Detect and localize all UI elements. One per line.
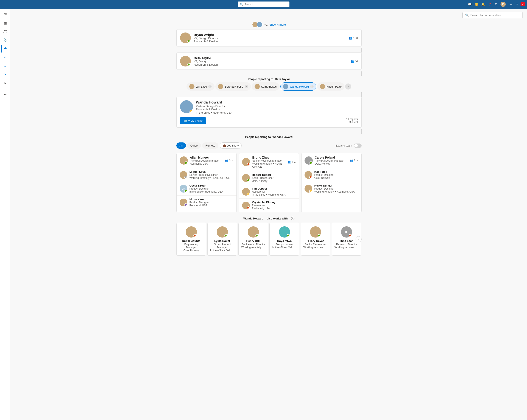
sidebar-item-org[interactable] — [1, 45, 10, 52]
tab-name-serena: Serena Ribeiro — [225, 85, 243, 88]
coworker-kayo-miwa[interactable]: Kayo Miwa Design partner In the office •… — [269, 223, 299, 256]
sidebar-item-calendar[interactable]: ▦ — [1, 19, 9, 27]
user-avatar-titlebar[interactable]: JD — [501, 2, 506, 7]
column-header-carole[interactable]: Carole Poland Principal Design Manager O… — [302, 153, 361, 168]
name-search-input[interactable] — [470, 14, 520, 17]
reporting-person-reta: Reta Taylor — [275, 77, 290, 81]
name-hillary-reyes: Hillary Reyes — [307, 239, 324, 242]
filter-office-button[interactable]: Office — [187, 142, 201, 149]
sidebar-item-more[interactable]: ••• — [1, 91, 9, 98]
column-header-bruno[interactable]: Bruno Zhao Senior Research Manager Worki… — [239, 153, 299, 171]
tab-name-kristin: Kristin Patte — [327, 85, 341, 88]
status-dot-bryan — [187, 40, 190, 43]
member-kadji-bell[interactable]: Kadji Bell Product Designer Oslo, Norway — [302, 168, 361, 182]
org-icon — [4, 47, 8, 51]
sidebar-item-check[interactable]: ✓ — [1, 53, 9, 61]
coworker-hillary-reyes[interactable]: Hillary Reyes Senior Researcher Working … — [301, 223, 330, 256]
name-lydia-bauer: Lydia Bauer — [214, 239, 230, 242]
connector-4 — [361, 129, 362, 134]
sidebar-item-attach[interactable]: 📎 — [1, 36, 9, 44]
avatar-mona-kane — [180, 199, 187, 206]
notification-icon[interactable]: 🔔 — [481, 3, 485, 6]
avatar-miguel-silva — [180, 171, 187, 179]
filter-all-button[interactable]: All — [176, 142, 186, 149]
info-icon[interactable]: i — [291, 217, 294, 220]
show-more-button[interactable]: Show 4 more — [269, 23, 286, 26]
chat-icon[interactable]: 💬 — [468, 3, 472, 6]
minimize-button[interactable]: — — [509, 2, 513, 6]
status-inna — [349, 234, 352, 237]
member-miguel-silva[interactable]: Miguel Silva Senior Product Designer Wor… — [176, 168, 236, 182]
info-oscar-krogh: Oscar Krogh Product Designer In the offi… — [189, 184, 233, 193]
org-card-bryan-wright[interactable]: Bryan Wright VP, Design Director Researc… — [176, 29, 362, 46]
member-keiko-tanaka[interactable]: Keiko Tanaka Product Designer Working re… — [302, 182, 361, 195]
also-works-section: Wanda Howard also works with i Robin Cou… — [176, 217, 362, 256]
titlebar-search-box[interactable]: 🔍 — [238, 1, 289, 7]
role-bruno-zhao: Senior Research Manager — [253, 159, 285, 162]
tab-kristin-patte[interactable]: Kristin Patte — [317, 82, 344, 91]
loc-carole-poland: Oslo, Norway — [315, 162, 348, 165]
filter-remote-button[interactable]: Remote — [202, 142, 219, 149]
direct-count: 3 direct — [346, 121, 358, 124]
sidebar-item-people[interactable] — [1, 28, 9, 35]
filter-jobtitle-dropdown[interactable]: 💼 Job title ▾ — [220, 142, 242, 149]
tabs-more-button[interactable]: › — [345, 84, 351, 90]
coworker-lydia-bauer[interactable]: Lydia Bauer Group Product Manager In the… — [207, 223, 237, 256]
tab-katri-ahokas[interactable]: Katri Ahokas — [252, 82, 280, 91]
tab-avatar-katri — [254, 84, 260, 89]
sidebar-item-onenote[interactable]: N — [1, 79, 9, 87]
status-miguel — [184, 176, 187, 179]
coworker-robin-counts[interactable]: Robin Counts Engineering Manager Oslo, N… — [176, 223, 206, 256]
column-header-allan[interactable]: Allan Munger Principal Design Manager Re… — [176, 153, 236, 168]
loc-lydia-bauer: In the office • Oslo, Norway — [210, 249, 234, 252]
avatar-tim-deboer — [242, 188, 250, 196]
org-card-reta-taylor[interactable]: Reta Taylor VP, Design Research & Design… — [176, 52, 362, 70]
settings-icon[interactable]: ⚙ — [495, 3, 497, 6]
avatar-lydia-bauer — [217, 226, 228, 238]
feedback-icon[interactable]: 😊 — [475, 3, 478, 6]
member-oscar-krogh[interactable]: OK Oscar Krogh Product Designer In the o… — [176, 182, 236, 196]
sidebar-item-list[interactable]: ≡ — [1, 62, 9, 70]
sidebar-item-viva[interactable]: V — [1, 71, 9, 78]
help-icon[interactable]: ❓ — [488, 3, 492, 6]
close-button[interactable]: ✕ — [521, 2, 525, 6]
name-krystal-mckinney: Krystal McKinney — [252, 201, 296, 204]
maximize-button[interactable]: □ — [515, 2, 519, 6]
briefcase-icon: 💼 — [222, 144, 226, 147]
member-krystal-mckinney[interactable]: Krystal McKinney Researcher Redmond, USA — [239, 199, 299, 212]
tab-serena-ribeiro[interactable]: Serena Ribeiro 3 — [215, 82, 251, 91]
tab-wanda-howard[interactable]: Wanda Howard 3 — [280, 82, 316, 91]
sidebar-item-mail[interactable]: ✉ — [1, 10, 9, 18]
loc-robert-tolbert: Oslo, Norway — [252, 179, 296, 182]
role-kadji-bell: Product Designer — [314, 173, 358, 177]
member-mona-kane[interactable]: Mona Kane Product Designer Redmond, USA — [176, 196, 236, 209]
tab-avatar-wanda — [283, 84, 288, 89]
member-robert-tolbert[interactable]: Robert Tolbert Senior Researcher Oslo, N… — [239, 171, 299, 185]
avatar-robert-tolbert — [242, 174, 250, 182]
role-carole-poland: Principal Design Manager — [315, 159, 348, 162]
titlebar-search-input[interactable] — [245, 3, 287, 6]
view-profile-button[interactable]: 🪪 View profile — [180, 117, 206, 124]
people-icon-sm: 👥 — [225, 159, 228, 162]
info-carole-poland: Carole Poland Principal Design Manager O… — [315, 156, 348, 165]
tab-will-little[interactable]: Will Little 3 — [187, 82, 215, 91]
count-carole-poland: 👥 3 ∧ — [350, 159, 358, 162]
scroll-right-button[interactable]: › — [356, 236, 362, 242]
member-tim-deboer[interactable]: Tim Deboer Researcher In the office • Re… — [239, 185, 299, 199]
count-allan-munger: 👥 3 ∧ — [225, 159, 233, 162]
avatar-keiko-tanaka — [305, 185, 312, 193]
expand-icon-allan[interactable]: ∧ — [231, 159, 233, 162]
name-allan-munger: Allan Munger — [190, 156, 223, 159]
connector-1 — [361, 48, 362, 52]
name-search-input-wrapper[interactable]: 🔍 — [462, 12, 523, 18]
people-icon-sm-3: 👥 — [350, 159, 353, 162]
coworker-henry-brill[interactable]: Henry Brill Engineering Director Working… — [238, 223, 268, 256]
expand-icon-bruno[interactable]: ∧ — [294, 160, 296, 164]
role-krystal-mckinney: Researcher — [252, 204, 296, 207]
avatar-kadji-bell — [305, 171, 312, 179]
tab-count-will: 3 — [208, 85, 212, 88]
svg-point-0 — [4, 30, 5, 32]
expand-icon-carole[interactable]: ∧ — [356, 159, 358, 162]
expand-team-toggle[interactable] — [354, 144, 362, 148]
avatar-krystal-mckinney — [242, 202, 250, 209]
